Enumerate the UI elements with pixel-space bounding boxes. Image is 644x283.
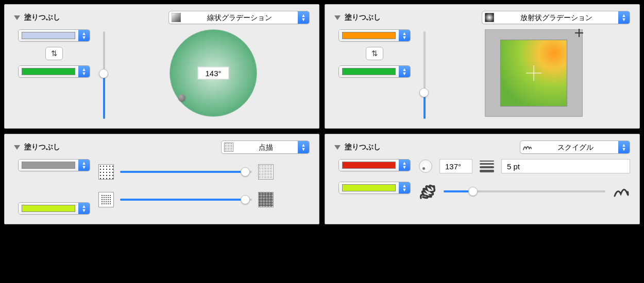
stipple-dense-icon bbox=[258, 164, 274, 180]
stipple-border-sparse-icon bbox=[98, 192, 114, 207]
angle-wheel[interactable]: 143° bbox=[170, 29, 257, 117]
fill-type-label: 放射状グラデーション bbox=[495, 11, 618, 24]
disclosure-triangle-icon[interactable] bbox=[14, 15, 20, 20]
disclosure-triangle-icon[interactable] bbox=[334, 15, 341, 20]
section-title: 塗りつぶし bbox=[345, 13, 381, 22]
radial-preview[interactable] bbox=[485, 29, 583, 117]
radial-gradient-icon bbox=[482, 11, 495, 24]
thickness-field[interactable]: 5 pt bbox=[501, 159, 630, 173]
fill-type-select[interactable]: スクイグル ▲▼ bbox=[520, 140, 630, 154]
updown-icon: ▲▼ bbox=[618, 141, 630, 153]
swap-colors-button[interactable]: ⇅ bbox=[366, 47, 383, 60]
color-well-2[interactable]: ▲▼ bbox=[18, 65, 90, 78]
color-well-1[interactable]: ▲▼ bbox=[338, 159, 411, 171]
scribble-loose-icon bbox=[613, 183, 630, 200]
updown-icon: ▲▼ bbox=[78, 160, 90, 171]
color-well-2[interactable]: ▲▼ bbox=[338, 182, 411, 194]
section-title: 塗りつぶし bbox=[345, 143, 381, 152]
updown-icon: ▲▼ bbox=[618, 11, 630, 24]
color-well-1[interactable]: ▲▼ bbox=[18, 29, 90, 42]
slider-thumb[interactable] bbox=[419, 88, 429, 97]
fill-panel-stipple: 塗りつぶし 点描 ▲▼ ▲▼ ▲▼ bbox=[4, 134, 319, 224]
squiggle-icon bbox=[520, 141, 533, 153]
fill-panel-radial: 塗りつぶし 放射状グラデーション ▲▼ ▲▼ ⇅ ▲▼ bbox=[325, 4, 640, 129]
updown-icon: ▲▼ bbox=[78, 30, 90, 41]
slider-thumb[interactable] bbox=[99, 69, 108, 78]
disclosure-triangle-icon[interactable] bbox=[334, 145, 341, 150]
squiggle-density-slider[interactable] bbox=[444, 186, 605, 197]
angle-handle[interactable] bbox=[178, 94, 185, 101]
panel-header: 塗りつぶし 放射状グラデーション ▲▼ bbox=[334, 11, 630, 24]
updown-icon: ▲▼ bbox=[399, 30, 410, 41]
color-well-1[interactable]: ▲▼ bbox=[18, 159, 90, 171]
fill-type-label: スクイグル bbox=[533, 141, 618, 153]
stipple-icon bbox=[222, 141, 234, 153]
fill-panel-squiggle: 塗りつぶし スクイグル ▲▼ ▲▼ ▲▼ bbox=[325, 134, 640, 224]
fill-type-select[interactable]: 線状グラデーション ▲▼ bbox=[168, 11, 310, 24]
panel-header: 塗りつぶし 点描 ▲▼ bbox=[14, 140, 310, 154]
fill-type-label: 線状グラデーション bbox=[181, 11, 298, 24]
svg-rect-0 bbox=[172, 13, 181, 22]
angle-dial[interactable] bbox=[419, 160, 432, 173]
updown-icon: ▲▼ bbox=[78, 66, 90, 77]
section-title: 塗りつぶし bbox=[24, 13, 60, 22]
stipple-border-dense-icon bbox=[258, 192, 274, 207]
fill-type-select[interactable]: 点描 ▲▼ bbox=[221, 140, 310, 154]
color-well-2[interactable]: ▲▼ bbox=[338, 65, 411, 78]
updown-icon: ▲▼ bbox=[399, 160, 410, 171]
fill-panel-linear: 塗りつぶし 線状グラデーション ▲▼ ▲▼ ⇅ ▲▼ bbox=[4, 4, 319, 129]
updown-icon: ▲▼ bbox=[399, 182, 410, 193]
svg-rect-1 bbox=[485, 13, 494, 22]
panel-header: 塗りつぶし 線状グラデーション ▲▼ bbox=[14, 11, 310, 24]
updown-icon: ▲▼ bbox=[399, 66, 410, 77]
angle-readout: 143° bbox=[197, 67, 229, 80]
linear-gradient-icon bbox=[169, 11, 181, 24]
updown-icon: ▲▼ bbox=[298, 11, 309, 24]
swap-colors-button[interactable]: ⇅ bbox=[45, 47, 63, 60]
swap-arrows-icon: ⇅ bbox=[51, 49, 58, 58]
slider-thumb[interactable] bbox=[241, 167, 250, 176]
swap-arrows-icon: ⇅ bbox=[371, 49, 378, 58]
angle-field[interactable]: 137° bbox=[439, 159, 472, 173]
scribble-dense-icon bbox=[419, 183, 436, 200]
fill-type-select[interactable]: 放射状グラデーション ▲▼ bbox=[482, 11, 630, 24]
slider-thumb[interactable] bbox=[241, 195, 250, 204]
blend-slider[interactable] bbox=[419, 31, 429, 119]
fill-type-label: 点描 bbox=[234, 141, 298, 153]
thickness-icon bbox=[480, 161, 494, 172]
density-slider-2[interactable] bbox=[120, 194, 252, 205]
section-title: 塗りつぶし bbox=[24, 143, 60, 152]
blend-slider[interactable] bbox=[98, 31, 109, 119]
updown-icon: ▲▼ bbox=[78, 203, 90, 214]
panel-header: 塗りつぶし スクイグル ▲▼ bbox=[334, 140, 630, 154]
color-well-1[interactable]: ▲▼ bbox=[338, 29, 411, 42]
color-well-2[interactable]: ▲▼ bbox=[18, 202, 90, 215]
updown-icon: ▲▼ bbox=[298, 141, 309, 153]
density-slider-1[interactable] bbox=[120, 167, 252, 177]
disclosure-triangle-icon[interactable] bbox=[14, 145, 20, 150]
slider-thumb[interactable] bbox=[468, 187, 478, 196]
stipple-sparse-icon bbox=[98, 164, 114, 180]
